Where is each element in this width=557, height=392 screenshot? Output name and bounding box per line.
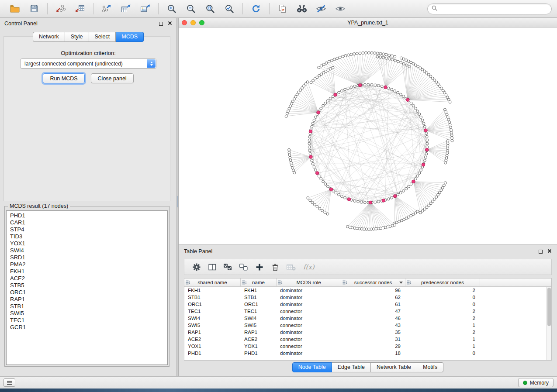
table-row[interactable]: SWI4SWI4dominator462 xyxy=(184,315,546,322)
export-network-icon[interactable] xyxy=(100,2,113,15)
cell-predecessor_nodes: 2 xyxy=(405,309,480,314)
mcds-result-item[interactable]: PHD1 xyxy=(10,212,164,219)
mcds-result-item[interactable]: TEC1 xyxy=(10,317,164,324)
mcds-result-item[interactable]: GCR1 xyxy=(10,324,164,331)
table-row[interactable]: STB1STB1dominator620 xyxy=(184,294,546,301)
node-table: shared namenameMCDS rolesuccessor nodesp… xyxy=(184,278,552,361)
zoom-in-icon[interactable] xyxy=(165,2,178,15)
cell-mcds_role: dominator xyxy=(277,330,341,335)
open-file-icon[interactable] xyxy=(8,2,21,15)
table-row[interactable]: PHD1PHD1dominator180 xyxy=(184,350,546,357)
zoom-fit-icon[interactable] xyxy=(204,2,217,15)
mcds-result-item[interactable]: PMA2 xyxy=(10,261,164,268)
cell-shared_name: TEC1 xyxy=(184,309,241,314)
cell-predecessor_nodes: 2 xyxy=(405,330,480,335)
search-network-icon[interactable] xyxy=(295,2,308,15)
cell-successor_nodes: 96 xyxy=(341,288,405,293)
tab-edge-table[interactable]: Edge Table xyxy=(332,362,371,372)
tab-select[interactable]: Select xyxy=(89,32,116,42)
table-settings-gear-icon[interactable] xyxy=(189,263,204,272)
import-table-icon[interactable] xyxy=(73,2,86,15)
mcds-result-item[interactable]: STB1 xyxy=(10,303,164,310)
export-table-icon[interactable] xyxy=(119,2,132,15)
float-panel-icon[interactable] xyxy=(539,250,543,254)
table-row[interactable]: RAP1RAP1dominator352 xyxy=(184,329,546,336)
mcds-result-item[interactable]: YOX1 xyxy=(10,240,164,247)
tab-network-table[interactable]: Network Table xyxy=(371,362,417,372)
delete-column-icon[interactable] xyxy=(267,263,283,272)
cell-predecessor_nodes: 0 xyxy=(405,351,480,356)
cell-predecessor_nodes: 0 xyxy=(405,295,480,300)
run-mcds-button[interactable]: Run MCDS xyxy=(43,73,84,83)
close-panel-icon[interactable] xyxy=(547,248,552,254)
mcds-result-item[interactable]: ORC1 xyxy=(10,289,164,296)
close-panel-button[interactable]: Close panel xyxy=(91,73,134,83)
mcds-result-item[interactable]: ACE2 xyxy=(10,275,164,282)
hide-selected-icon[interactable] xyxy=(315,2,328,15)
import-network-icon[interactable] xyxy=(54,2,67,15)
tab-style[interactable]: Style xyxy=(65,32,89,42)
select-all-columns-icon[interactable] xyxy=(220,263,236,272)
status-menu-button[interactable] xyxy=(3,378,15,387)
tab-mcds[interactable]: MCDS xyxy=(116,32,144,42)
splitter-handle-icon[interactable] xyxy=(177,196,178,207)
tab-network[interactable]: Network xyxy=(33,32,65,42)
toolbar-separator xyxy=(93,3,93,14)
mcds-result-item[interactable]: SWI4 xyxy=(10,247,164,254)
window-minimize-button[interactable] xyxy=(190,20,196,25)
add-column-icon[interactable] xyxy=(252,263,267,271)
memory-button[interactable]: Memory xyxy=(518,378,554,387)
mcds-result-item[interactable]: STB5 xyxy=(10,282,164,289)
deselect-all-columns-icon[interactable] xyxy=(236,263,252,272)
tab-motifs[interactable]: Motifs xyxy=(417,362,443,372)
scrollbar-thumb[interactable] xyxy=(547,288,551,326)
mcds-result-item[interactable]: SWI5 xyxy=(10,310,164,317)
mcds-result-item[interactable]: RAP1 xyxy=(10,296,164,303)
window-close-button[interactable] xyxy=(182,20,187,25)
copy-view-icon[interactable] xyxy=(276,2,289,15)
network-graph[interactable] xyxy=(179,28,557,244)
float-panel-icon[interactable] xyxy=(159,22,163,26)
save-icon[interactable] xyxy=(28,2,41,15)
table-scrollbar[interactable] xyxy=(546,287,551,360)
zoom-selected-icon[interactable] xyxy=(223,2,236,15)
show-graphics-details-icon[interactable] xyxy=(334,2,347,15)
column-header-predecessor-nodes[interactable]: predecessor nodes xyxy=(405,279,480,286)
zoom-out-icon[interactable] xyxy=(184,2,197,15)
column-header-name[interactable]: name xyxy=(241,279,277,286)
toolbar-separator xyxy=(242,3,243,14)
table-row[interactable]: FKH1FKH1dominator962 xyxy=(184,287,546,294)
toolbar-separator xyxy=(158,3,159,14)
table-row[interactable]: ACE2ACE2connector311 xyxy=(184,336,546,343)
mcds-result-item[interactable]: SRD1 xyxy=(10,254,164,261)
column-header-MCDS-role[interactable]: MCDS role xyxy=(277,279,341,286)
column-header-shared-name[interactable]: shared name xyxy=(184,279,241,286)
search-input[interactable] xyxy=(440,6,547,12)
cell-name: PHD1 xyxy=(241,351,277,356)
tab-node-table[interactable]: Node Table xyxy=(292,362,332,372)
table-row[interactable]: ORC1ORC1dominator610 xyxy=(184,301,546,308)
table-row[interactable]: TEC1TEC1connector472 xyxy=(184,308,546,315)
mcds-result-item[interactable]: CAR1 xyxy=(10,219,164,226)
mcds-result-item[interactable]: STP4 xyxy=(10,226,164,233)
sort-icon xyxy=(242,280,247,286)
column-header-successor-nodes[interactable]: successor nodes xyxy=(341,279,405,286)
window-maximize-button[interactable] xyxy=(199,20,204,25)
table-row[interactable]: YOX1YOX1connector291 xyxy=(184,343,546,350)
close-panel-icon[interactable] xyxy=(168,21,172,27)
cell-mcds_role: dominator xyxy=(277,351,341,356)
mcds-result-item[interactable]: TID3 xyxy=(10,233,164,240)
table-row[interactable]: SWI5SWI5connector431 xyxy=(184,322,546,329)
mcds-result-list[interactable]: PHD1CAR1STP4TID3YOX1SWI4SRD1PMA2FKH1ACE2… xyxy=(6,210,168,365)
optimization-dropdown[interactable]: largest connected component (undirected) xyxy=(20,58,156,69)
show-columns-icon[interactable] xyxy=(204,263,220,271)
list-icon xyxy=(7,381,13,385)
control-panel: Control Panel NetworkStyleSelectMCDS Opt… xyxy=(0,18,176,376)
mcds-result-legend: MCDS result (17 nodes) xyxy=(8,203,70,209)
search-box[interactable] xyxy=(427,3,552,14)
mcds-result-item[interactable]: FKH1 xyxy=(10,268,164,275)
export-image-icon[interactable] xyxy=(138,2,152,15)
cell-predecessor_nodes: 2 xyxy=(405,316,480,321)
network-canvas[interactable] xyxy=(179,28,557,244)
refresh-icon[interactable] xyxy=(249,2,263,15)
